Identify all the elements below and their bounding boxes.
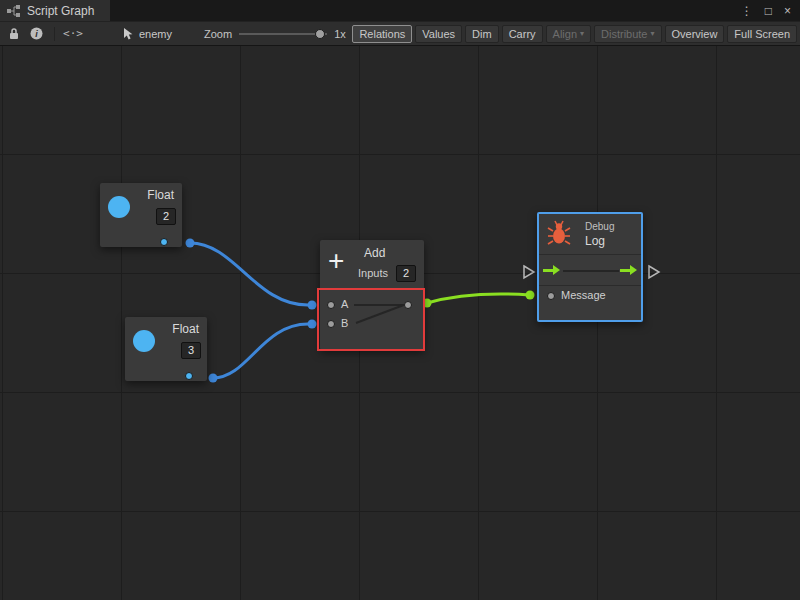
window-controls: ⋮ □ × xyxy=(741,0,800,21)
zoom-slider-track xyxy=(239,33,327,35)
overview-button[interactable]: Overview xyxy=(665,25,725,43)
control-input-port-triangle[interactable] xyxy=(524,266,534,278)
control-output-port-triangle[interactable] xyxy=(649,266,659,278)
selection-rectangle xyxy=(317,288,425,351)
graph-name-label: enemy xyxy=(139,28,172,40)
float-output-port[interactable] xyxy=(185,372,193,380)
plus-icon: + xyxy=(328,246,344,276)
control-output-arrow-icon[interactable] xyxy=(620,269,630,272)
toolbar: i <·> enemy Zoom 1x Relations Values Dim… xyxy=(0,21,800,46)
bug-icon xyxy=(547,220,571,246)
align-dropdown[interactable]: Align ▾ xyxy=(546,25,591,43)
toolbar-buttons: Relations Values Dim Carry Align ▾ Distr… xyxy=(349,25,797,43)
node-category: Debug xyxy=(585,221,614,232)
zoom-value: 1x xyxy=(334,28,346,40)
relations-button[interactable]: Relations xyxy=(352,25,412,43)
wire-endpoint-dot[interactable] xyxy=(308,301,317,310)
node-title: Float xyxy=(172,322,199,336)
close-icon[interactable]: × xyxy=(784,5,791,17)
float-node-1[interactable]: Float 2 xyxy=(100,183,182,247)
zoom-slider-handle[interactable] xyxy=(315,29,325,39)
carry-button[interactable]: Carry xyxy=(502,25,543,43)
code-view-button[interactable]: <·> xyxy=(62,24,84,43)
wire-endpoint-dot[interactable] xyxy=(209,374,218,383)
tab-title: Script Graph xyxy=(27,4,94,18)
wire-float1-to-add-a[interactable] xyxy=(190,243,308,305)
separator xyxy=(54,27,55,41)
values-button[interactable]: Values xyxy=(415,25,462,43)
float-type-icon xyxy=(108,196,130,218)
tab-script-graph[interactable]: Script Graph xyxy=(0,0,110,21)
distribute-label: Distribute xyxy=(601,28,647,40)
float-value-field[interactable]: 3 xyxy=(181,342,201,359)
node-title: Log xyxy=(585,234,605,248)
graph-canvas[interactable]: Float 2 Float 3 + Add Inputs 2 A xyxy=(0,46,800,600)
debug-node-flow-row xyxy=(539,255,641,286)
code-icon: <·> xyxy=(63,27,83,40)
wire-endpoint-dot[interactable] xyxy=(186,239,195,248)
debug-log-node[interactable]: Debug Log Message xyxy=(537,212,643,322)
maximize-icon[interactable]: □ xyxy=(765,5,772,17)
message-label: Message xyxy=(561,289,606,301)
node-title: Add xyxy=(364,246,385,260)
graph-reference[interactable]: enemy xyxy=(122,27,172,41)
info-button[interactable]: i xyxy=(25,24,47,43)
cursor-icon xyxy=(122,27,134,41)
chevron-down-icon: ▾ xyxy=(580,30,584,38)
align-label: Align xyxy=(553,28,577,40)
dim-button[interactable]: Dim xyxy=(465,25,499,43)
lock-button[interactable] xyxy=(3,24,25,43)
wire-endpoint-dot[interactable] xyxy=(308,320,317,329)
wire-endpoint-dot[interactable] xyxy=(526,291,535,300)
zoom-label: Zoom xyxy=(204,28,232,40)
script-graph-icon xyxy=(7,5,21,17)
float-type-icon xyxy=(133,330,155,352)
info-icon: i xyxy=(30,27,43,40)
chevron-down-icon: ▾ xyxy=(651,30,655,38)
menu-icon[interactable]: ⋮ xyxy=(741,5,753,17)
wire-float2-to-add-b[interactable] xyxy=(213,324,308,378)
control-input-arrow-icon[interactable] xyxy=(543,269,553,272)
add-node-header: + Add Inputs 2 xyxy=(320,240,424,290)
debug-node-message-row: Message xyxy=(539,286,641,320)
titlebar: Script Graph ⋮ □ × xyxy=(0,0,800,21)
lock-icon xyxy=(8,27,20,40)
zoom-control: Zoom 1x xyxy=(204,28,346,40)
node-title: Float xyxy=(147,188,174,202)
float-value-field[interactable]: 2 xyxy=(156,208,176,225)
float-output-port[interactable] xyxy=(160,238,168,246)
inputs-count-field[interactable]: 2 xyxy=(396,265,416,282)
inputs-label: Inputs xyxy=(358,267,388,279)
zoom-slider[interactable] xyxy=(239,28,327,40)
distribute-dropdown[interactable]: Distribute ▾ xyxy=(594,25,661,43)
script-graph-window: Script Graph ⋮ □ × i <·> xyxy=(0,0,800,600)
wire-add-to-debug-message[interactable] xyxy=(427,294,530,303)
relation-line xyxy=(563,270,619,272)
message-input-port[interactable] xyxy=(547,292,555,300)
float-node-2[interactable]: Float 3 xyxy=(125,317,207,381)
full-screen-button[interactable]: Full Screen xyxy=(727,25,797,43)
debug-node-header: Debug Log xyxy=(539,214,641,255)
